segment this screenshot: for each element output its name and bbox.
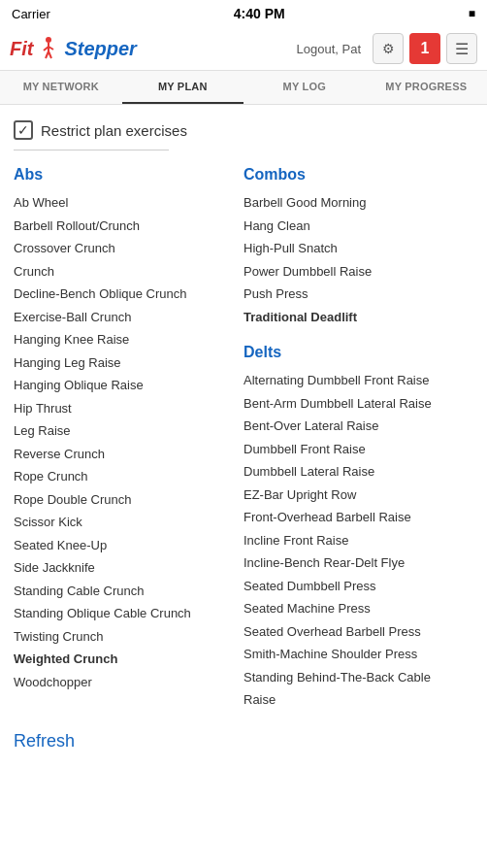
- nav-tabs: MY NETWORK MY PLAN MY LOG MY PROGRESS: [0, 71, 487, 105]
- restrict-plan-row: ✓ Restrict plan exercises: [14, 120, 473, 140]
- exercise-item-reverse-crunch[interactable]: Reverse Crunch: [14, 443, 244, 466]
- logo-stepper-text: Stepper: [64, 38, 136, 60]
- status-bar: Carrier 4:40 PM ■: [0, 0, 487, 27]
- exercise-item[interactable]: Dumbbell Lateral Raise: [244, 460, 473, 484]
- footer: Refresh: [0, 719, 487, 763]
- exercise-item[interactable]: Standing Cable Crunch: [14, 580, 244, 603]
- exercise-item[interactable]: Rope Crunch: [14, 465, 244, 488]
- exercise-item[interactable]: Incline-Bench Rear-Delt Flye: [244, 551, 473, 575]
- exercise-item[interactable]: Barbell Rollout/Crunch: [14, 215, 244, 238]
- exercise-item[interactable]: Raise: [244, 688, 473, 712]
- battery-icon: ■: [469, 7, 475, 20]
- header: Fit Stepper Logout, Pat ⚙ 1 ☰: [0, 27, 487, 71]
- exercise-item[interactable]: Exercise-Ball Crunch: [14, 306, 244, 329]
- logo: Fit Stepper: [10, 35, 137, 62]
- divider: [14, 150, 169, 150]
- logout-button[interactable]: Logout, Pat: [291, 38, 368, 60]
- exercise-item[interactable]: Rope Double Crunch: [14, 488, 244, 512]
- exercise-item[interactable]: Barbell Good Morning: [244, 191, 473, 215]
- exercise-item[interactable]: High-Pull Snatch: [244, 237, 473, 260]
- content-area: ✓ Restrict plan exercises Abs Ab Wheel B…: [0, 105, 487, 712]
- exercise-item[interactable]: Dumbbell Front Raise: [244, 438, 473, 461]
- exercise-item[interactable]: Smith-Machine Shoulder Press: [244, 643, 473, 666]
- exercise-item[interactable]: Hip Thrust: [14, 397, 244, 420]
- exercise-item[interactable]: Standing Behind-The-Back Cable: [244, 666, 473, 689]
- carrier-text: Carrier: [12, 7, 50, 21]
- svg-point-0: [46, 37, 51, 43]
- tab-my-network[interactable]: MY NETWORK: [0, 71, 122, 104]
- exercise-item[interactable]: Hanging Leg Raise: [14, 351, 244, 375]
- abs-column: Abs Ab Wheel Barbell Rollout/Crunch Cros…: [14, 166, 244, 712]
- exercise-item[interactable]: Twisting Crunch: [14, 625, 244, 649]
- exercise-item[interactable]: Decline-Bench Oblique Crunch: [14, 283, 244, 306]
- status-right: ■: [469, 7, 475, 20]
- tab-my-log[interactable]: MY LOG: [244, 71, 366, 104]
- exercise-item[interactable]: Ab Wheel: [14, 191, 244, 215]
- svg-line-5: [49, 51, 51, 58]
- exercise-item[interactable]: Seated Knee-Up: [14, 534, 244, 557]
- abs-category-title: Abs: [14, 166, 244, 184]
- exercise-item[interactable]: Woodchopper: [14, 671, 244, 694]
- exercise-item[interactable]: Front-Overhead Barbell Raise: [244, 506, 473, 529]
- exercise-item-traditional-deadlift[interactable]: Traditional Deadlift: [244, 306, 473, 329]
- exercise-item[interactable]: Standing Oblique Cable Crunch: [14, 602, 244, 625]
- checkmark-icon: ✓: [17, 123, 29, 137]
- exercise-item[interactable]: Seated Dumbbell Press: [244, 575, 473, 598]
- logo-fit-text: Fit: [10, 38, 33, 60]
- exercise-item[interactable]: Hanging Oblique Raise: [14, 374, 244, 397]
- combos-delts-column: Combos Barbell Good Morning Hang Clean H…: [244, 166, 473, 712]
- tab-my-progress[interactable]: MY PROGRESS: [366, 71, 488, 104]
- exercise-item[interactable]: Crossover Crunch: [14, 237, 244, 260]
- tab-my-plan[interactable]: MY PLAN: [122, 71, 244, 104]
- time-text: 4:40 PM: [234, 6, 285, 21]
- exercise-item[interactable]: Scissor Kick: [14, 511, 244, 534]
- menu-icon-button[interactable]: ☰: [446, 33, 477, 64]
- header-actions: Logout, Pat ⚙ 1 ☰: [291, 33, 478, 64]
- exercise-item[interactable]: Hanging Knee Raise: [14, 328, 244, 351]
- exercise-item-seated-machine-press[interactable]: Seated Machine Press: [244, 597, 473, 620]
- exercise-item-hang-clean[interactable]: Hang Clean: [244, 215, 473, 238]
- settings-icon-button[interactable]: ⚙: [373, 33, 404, 64]
- delts-category-title: Delts: [244, 344, 473, 361]
- gear-icon: ⚙: [382, 41, 395, 56]
- exercise-item-push-press[interactable]: Push Press: [244, 283, 473, 306]
- hamburger-icon: ☰: [455, 40, 469, 58]
- exercise-grid: Abs Ab Wheel Barbell Rollout/Crunch Cros…: [14, 166, 473, 712]
- exercise-item-weighted-crunch[interactable]: Weighted Crunch: [14, 648, 244, 671]
- combos-category-title: Combos: [244, 166, 473, 184]
- exercise-item[interactable]: Incline Front Raise: [244, 529, 473, 552]
- exercise-item[interactable]: Leg Raise: [14, 419, 244, 443]
- exercise-item[interactable]: EZ-Bar Upright Row: [244, 484, 473, 507]
- exercise-item[interactable]: Seated Overhead Barbell Press: [244, 620, 473, 644]
- exercise-item[interactable]: Power Dumbbell Raise: [244, 260, 473, 284]
- exercise-item[interactable]: Side Jackknife: [14, 556, 244, 580]
- logo-runner-icon: [35, 35, 62, 62]
- exercise-item[interactable]: Bent-Arm Dumbbell Lateral Raise: [244, 392, 473, 416]
- exercise-item[interactable]: Crunch: [14, 260, 244, 284]
- badge-count[interactable]: 1: [409, 33, 440, 64]
- refresh-button[interactable]: Refresh: [14, 731, 75, 751]
- section-gap: [244, 328, 473, 344]
- exercise-item[interactable]: Alternating Dumbbell Front Raise: [244, 369, 473, 392]
- exercise-item[interactable]: Bent-Over Lateral Raise: [244, 415, 473, 438]
- restrict-plan-checkbox[interactable]: ✓: [14, 120, 33, 140]
- restrict-plan-label: Restrict plan exercises: [41, 122, 187, 139]
